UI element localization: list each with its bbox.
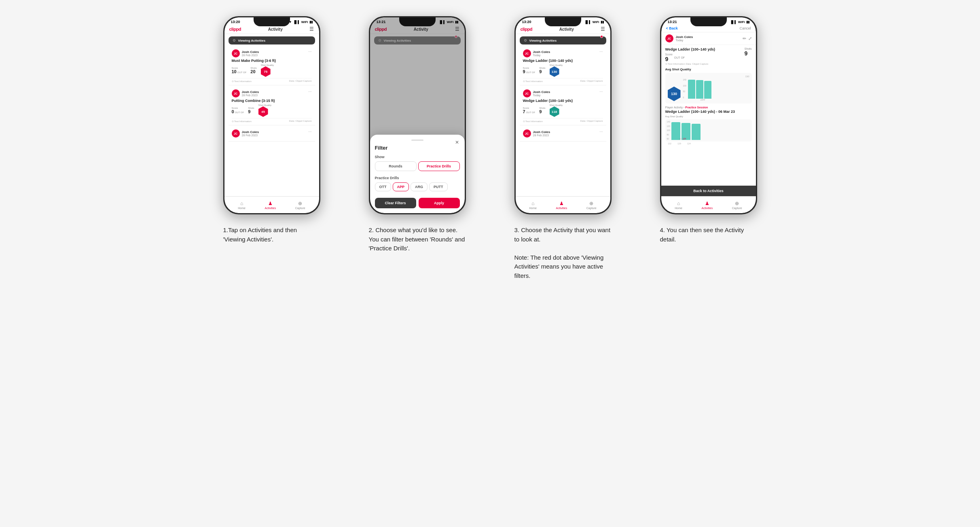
drill-btn-putt[interactable]: PUTT (429, 182, 448, 191)
user-info-1-3: JC Josh Coles 28 Feb 2023 (232, 129, 259, 138)
card-menu-3-3[interactable]: ··· (599, 129, 603, 134)
stat-sq-1-2: Shot Quality 45 (258, 104, 272, 117)
modal-close-btn[interactable]: ✕ (455, 140, 459, 145)
stat-sq-1-1: Shot Quality 75 (261, 64, 274, 77)
user-details-1-2: Josh Coles 28 Feb 2023 (242, 90, 259, 97)
card-menu-3-1[interactable]: ··· (599, 49, 603, 54)
user-details-3-2: Josh Coles Today (533, 90, 550, 97)
card-menu-3-2[interactable]: ··· (599, 89, 603, 94)
nav-activities-4[interactable]: ♟ Activities (702, 201, 713, 210)
stat-shots-1-2: Shots 9 (248, 107, 254, 114)
avatar-1-3: JC (232, 129, 240, 138)
user-info-1-2: JC Josh Coles 28 Feb 2023 (232, 89, 259, 97)
nav-capture-3[interactable]: ⊕ Capture (586, 201, 597, 210)
card-header-3-3: JC Josh Coles 28 Feb 2023 ··· (523, 129, 603, 138)
player-activity-label: Player Activity › Practice Session (665, 106, 752, 109)
avatar-1-1: JC (232, 49, 240, 57)
nav-activities-3[interactable]: ♟ Activities (556, 201, 567, 210)
test-info-row: ⊙ Test Information Data: Clippd Capture (665, 62, 752, 65)
viewing-bar-1[interactable]: ⚙ Viewing Activities (229, 36, 315, 44)
card-menu-1-1[interactable]: ··· (308, 49, 311, 54)
card-menu-1-2[interactable]: ··· (308, 89, 311, 94)
viewing-bar-text-1: Viewing Activities (238, 39, 266, 42)
card-title-3-1: Wedge Ladder (100–140 yds) (523, 59, 603, 63)
nav-capture-1[interactable]: ⊕ Capture (295, 201, 305, 210)
avatar-3-3: JC (523, 129, 531, 138)
card-stats-1-2: Score 0 OUT OF Shots 9 Shot Quality (232, 104, 312, 117)
edit-icon[interactable]: ✏ (743, 36, 746, 41)
sq-badge-3-1: 130 (550, 66, 559, 77)
user-info-3-2: JC Josh Coles Today (523, 89, 550, 97)
practice-session-link[interactable]: Practice Session (685, 106, 708, 109)
drill-btn-ott[interactable]: OTT (375, 182, 391, 191)
drill-btn-app[interactable]: APP (393, 182, 409, 191)
chart-label-row: APP (683, 99, 749, 101)
clear-filters-button[interactable]: Clear Filters (375, 198, 416, 208)
drill-btn-arg[interactable]: ARG (411, 182, 428, 191)
activity-card-3-2[interactable]: JC Josh Coles Today ··· Wedge Ladder (10… (520, 87, 606, 125)
nav-home-1[interactable]: ⌂ Home (238, 201, 246, 210)
hamburger-icon-1[interactable]: ☰ (309, 26, 314, 32)
activity-card-1-2[interactable]: JC Josh Coles 28 Feb 2023 ··· Putting Co… (229, 87, 315, 125)
expand-icon[interactable]: ⤢ (748, 36, 752, 41)
nav-home-label-1: Home (238, 207, 246, 210)
activity-card-1-1[interactable]: JC Josh Coles 28 Feb 2023 ··· Must Make … (229, 47, 315, 85)
nav-home-4[interactable]: ⌂ Home (675, 201, 682, 210)
stat-shots-value-1-1: 20 (250, 69, 256, 74)
phone-1: 13:20 ▲ ▼ ▐▌▌ WiFi ▮▮ clippd Activity (223, 16, 320, 214)
detail-score-val: 9 (665, 56, 673, 62)
card-title-1-2: Putting Combine (3-15 ft) (232, 99, 312, 103)
phone-2: 13:21 ▐▌▌ WiFi ▮▮ clippd Activity ☰ (369, 16, 466, 214)
card-footer-3-2: ⊙ Test Information Data: Clippd Capture (523, 118, 603, 123)
activity-card-1-3[interactable]: JC Josh Coles 28 Feb 2023 ··· (229, 127, 315, 142)
stat-score-value-1-1: 10 OUT OF (232, 69, 247, 74)
hex-badge: 130 (668, 87, 681, 101)
sq-badge-1-1: 75 (261, 66, 271, 77)
nav-activities-1[interactable]: ♟ Activities (265, 201, 276, 210)
stat-shots-1-1: Shots 20 (250, 67, 256, 74)
viewing-bar-3[interactable]: ⚙ Viewing Activities (520, 36, 606, 44)
user-date-3-3: 28 Feb 2023 (533, 134, 550, 137)
toggle-practice-drills[interactable]: Practice Drills (418, 161, 460, 171)
detail-drill-title: Wedge Ladder (100–140 yds) (665, 47, 715, 51)
apply-button[interactable]: Apply (419, 198, 460, 208)
card-menu-1-3[interactable]: ··· (308, 129, 311, 134)
stat-score-1-1: Score 10 OUT OF (232, 67, 247, 74)
user-details-3-1: Josh Coles Today (533, 50, 550, 57)
back-button[interactable]: < Back (666, 26, 678, 30)
activity-card-3-3[interactable]: JC Josh Coles 28 Feb 2023 ··· (520, 127, 606, 142)
card-header-3-1: JC Josh Coles Today ··· (523, 49, 603, 57)
chart-y-labels: 140 100 50 0 (683, 78, 686, 99)
card-title-1-1: Must Make Putting (3-6 ft) (232, 59, 312, 63)
modal-actions: Clear Filters Apply (375, 198, 460, 208)
detail-user-date: Today (676, 39, 693, 42)
show-label: Show (375, 155, 460, 159)
caption-3: 3. Choose the Activity that you want to … (514, 226, 612, 280)
cancel-button[interactable]: Cancel (739, 26, 751, 30)
home-icon-3: ⌂ (531, 201, 534, 206)
phone-screen-4: 13:21 ▐▌▌ WiFi ▮▮ < Back Cancel JC (661, 17, 756, 213)
user-name-1-3: Josh Coles (242, 130, 259, 134)
user-date-1-1: 28 Feb 2023 (242, 54, 259, 57)
home-icon-4: ⌂ (677, 201, 680, 206)
phone-4: 13:21 ▐▌▌ WiFi ▮▮ < Back Cancel JC (660, 16, 757, 214)
user-name-3-1: Josh Coles (533, 50, 550, 54)
activity-card-3-1[interactable]: JC Josh Coles Today ··· Wedge Ladder (10… (520, 47, 606, 85)
back-to-activities-button[interactable]: Back to Activities (661, 186, 756, 196)
hamburger-icon-3[interactable]: ☰ (601, 26, 605, 32)
status-time-3: 13:20 (522, 20, 531, 24)
user-date-3-1: Today (533, 54, 550, 57)
phone-column-2: 13:21 ▐▌▌ WiFi ▮▮ clippd Activity ☰ (353, 16, 482, 280)
sq-badge-3-2: 118 (550, 106, 559, 117)
toggle-rounds[interactable]: Rounds (375, 161, 417, 171)
capture-icon-3: ⊕ (589, 201, 593, 206)
capture-icon-4: ⊕ (735, 201, 739, 206)
phone-screen-2: 13:21 ▐▌▌ WiFi ▮▮ clippd Activity ☰ (370, 17, 465, 213)
nav-capture-4[interactable]: ⊕ Capture (732, 201, 742, 210)
user-name-3-2: Josh Coles (533, 90, 550, 94)
user-name-3-3: Josh Coles (533, 130, 550, 134)
card-stats-1-1: Score 10 OUT OF Shots 20 Shot Quality (232, 64, 312, 77)
nav-home-3[interactable]: ⌂ Home (529, 201, 537, 210)
avatar-3-2: JC (523, 89, 531, 97)
nav-activities-label-1: Activities (265, 207, 276, 210)
